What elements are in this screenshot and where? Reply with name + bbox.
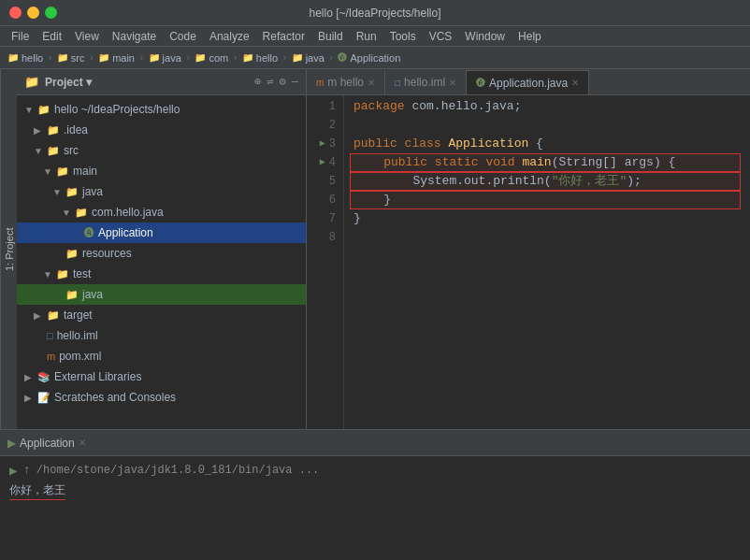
menu-item-help[interactable]: Help (512, 28, 547, 45)
tree-node-icon: 📁 (75, 207, 88, 219)
tree-node-label: hello ~/IdeaProjects/hello (54, 103, 180, 116)
menu-bar: FileEditViewNavigateCodeAnalyzeRefactorB… (0, 26, 750, 47)
editor-tab[interactable]: 🅐Application.java✕ (467, 70, 589, 94)
menu-item-refactor[interactable]: Refactor (257, 28, 310, 45)
breadcrumb-item-hello[interactable]: 📁hello (7, 52, 43, 64)
run-gutter-arrow[interactable]: ▶ (320, 135, 325, 153)
tree-expand-arrow[interactable]: ▼ (43, 269, 52, 280)
run-gutter-arrow[interactable]: ▶ (320, 153, 325, 172)
sync-icon[interactable]: ⇌ (267, 75, 273, 89)
tree-node-label: com.hello.java (92, 206, 164, 219)
side-panel-label[interactable]: 1: Project (0, 69, 17, 429)
code-token: Application (448, 135, 536, 153)
menu-item-vcs[interactable]: VCS (424, 28, 458, 45)
tab-close-button[interactable]: ✕ (449, 78, 456, 88)
settings-icon[interactable]: ⚙ (280, 75, 286, 89)
code-token: } (354, 191, 391, 209)
line-number: 2 (329, 116, 336, 135)
code-line: public class Application { (353, 135, 741, 153)
tree-node-label: hello.iml (57, 329, 98, 342)
breadcrumb-item-com[interactable]: 📁com (195, 52, 228, 64)
code-line: System.out.println("你好，老王"); (350, 172, 741, 191)
tree-node-label: External Libraries (54, 370, 141, 383)
breadcrumb-item-java[interactable]: 📁java (149, 52, 181, 64)
breadcrumb-sep: › (328, 52, 335, 64)
tree-expand-arrow[interactable]: ▶ (34, 125, 43, 136)
tree-expand-arrow[interactable]: ▼ (52, 187, 62, 197)
run-play-button[interactable]: ▶ (9, 463, 17, 479)
line-number: 3 (329, 135, 336, 153)
tree-item[interactable]: ▶📁target (17, 305, 306, 325)
menu-item-navigate[interactable]: Navigate (107, 28, 162, 45)
tree-item[interactable]: ▼📁hello ~/IdeaProjects/hello (17, 99, 306, 120)
run-stop-button[interactable]: ↑ (22, 463, 30, 478)
editor-tab[interactable]: mm hello✕ (307, 70, 385, 94)
breadcrumb-label: hello (256, 52, 278, 64)
project-header: 📁 Project ▾ ⊕ ⇌ ⚙ — (17, 69, 306, 95)
breadcrumb-item-hello[interactable]: 📁hello (242, 52, 278, 64)
tree-item[interactable]: 📁java (17, 284, 306, 305)
run-tabs: ▶ Application ✕ (0, 430, 750, 456)
tree-expand-arrow[interactable]: ▶ (24, 393, 34, 403)
tree-item[interactable]: ▼📁test (17, 264, 306, 284)
code-line: public static void main(String[] args) { (350, 153, 741, 172)
menu-item-file[interactable]: File (6, 28, 35, 45)
tree-node-label: java (82, 288, 103, 301)
tree-item[interactable]: ▶📁.idea (17, 120, 306, 140)
breadcrumb-item-main[interactable]: 📁main (98, 52, 135, 64)
tree-item[interactable]: ▶📝Scratches and Consoles (17, 387, 306, 408)
breadcrumb-folder-icon: 📁 (242, 52, 253, 63)
gutter-line: 6 (307, 191, 336, 209)
tree-item[interactable]: 🅐Application (17, 223, 306, 243)
tab-label: m hello (327, 76, 364, 89)
tree-item[interactable]: ▼📁main (17, 161, 306, 181)
menu-item-build[interactable]: Build (312, 28, 349, 45)
tree-expand-arrow[interactable]: ▼ (43, 166, 52, 177)
tree-expand-arrow[interactable]: ▼ (24, 105, 34, 115)
tree-item[interactable]: ▼📁java (17, 181, 306, 202)
menu-item-edit[interactable]: Edit (36, 28, 67, 45)
tree-item[interactable]: ▼📁src (17, 140, 306, 161)
tree-expand-arrow[interactable]: ▶ (24, 372, 34, 382)
tab-close-button[interactable]: ✕ (571, 78, 579, 88)
breadcrumb-item-src[interactable]: 📁src (57, 52, 85, 64)
menu-item-view[interactable]: View (69, 28, 105, 45)
breadcrumb-item-application[interactable]: 🅐Application (338, 52, 400, 64)
menu-item-analyze[interactable]: Analyze (204, 28, 255, 45)
minimize-button[interactable] (27, 7, 39, 19)
tree-expand-arrow[interactable]: ▶ (34, 310, 43, 321)
project-panel: 📁 Project ▾ ⊕ ⇌ ⚙ — ▼📁hello ~/IdeaProjec… (17, 69, 307, 429)
menu-item-tools[interactable]: Tools (384, 28, 422, 45)
collapse-icon[interactable]: — (292, 76, 298, 89)
tree-item[interactable]: 📁resources (17, 243, 306, 264)
tree-expand-arrow[interactable]: ▼ (34, 146, 43, 156)
tab-close-button[interactable]: ✕ (368, 78, 375, 88)
tree-node-icon: 📝 (37, 392, 50, 404)
tree-node-icon: 📁 (65, 289, 79, 301)
run-tab-label: ▶ Application ✕ (7, 437, 86, 450)
tree-item[interactable]: mpom.xml (17, 346, 306, 366)
close-button[interactable] (9, 7, 22, 19)
run-tab-close-icon[interactable]: ✕ (79, 438, 86, 448)
tree-expand-arrow[interactable]: ▼ (62, 208, 71, 218)
tree-item[interactable]: ▼📁com.hello.java (17, 202, 306, 223)
breadcrumb-sep: › (185, 52, 192, 64)
menu-item-code[interactable]: Code (164, 28, 202, 45)
code-line (353, 116, 741, 135)
editor-tab[interactable]: □hello.iml✕ (385, 70, 467, 94)
maximize-button[interactable] (45, 7, 57, 19)
menu-item-run[interactable]: Run (351, 28, 382, 45)
run-icon: ▶ (7, 437, 16, 450)
code-editor[interactable]: 12▶3▶45678 package com.hello.java;public… (307, 95, 750, 429)
code-content[interactable]: package com.hello.java;public class Appl… (344, 95, 750, 429)
breadcrumb-item-java[interactable]: 📁java (292, 52, 325, 64)
tree-item[interactable]: ▶📚External Libraries (17, 366, 306, 387)
gutter-line: 5 (307, 172, 336, 191)
code-token: } (353, 209, 361, 228)
add-icon[interactable]: ⊕ (254, 75, 261, 89)
menu-item-window[interactable]: Window (459, 28, 511, 45)
run-controls: ▶ ↑ /home/stone/java/jdk1.8.0_181/bin/ja… (9, 462, 741, 479)
breadcrumb-label: java (306, 52, 325, 64)
tree-item[interactable]: □hello.iml (17, 325, 306, 346)
window-controls[interactable] (9, 7, 57, 19)
